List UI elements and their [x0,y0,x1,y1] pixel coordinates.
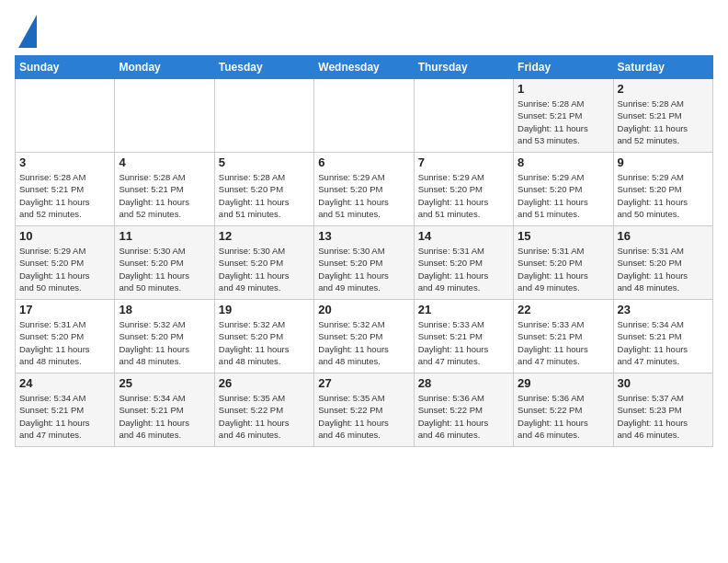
cell-info: Sunrise: 5:32 AM Sunset: 5:20 PM Dayligh… [318,318,409,367]
calendar-cell: 30Sunrise: 5:37 AM Sunset: 5:23 PM Dayli… [613,373,712,447]
calendar-cell: 21Sunrise: 5:33 AM Sunset: 5:21 PM Dayli… [414,300,513,373]
cell-info: Sunrise: 5:35 AM Sunset: 5:22 PM Dayligh… [318,392,409,441]
calendar-cell [214,79,313,153]
cell-info: Sunrise: 5:29 AM Sunset: 5:20 PM Dayligh… [518,171,609,220]
cell-info: Sunrise: 5:34 AM Sunset: 5:21 PM Dayligh… [19,392,110,441]
calendar-cell: 22Sunrise: 5:33 AM Sunset: 5:21 PM Dayli… [514,300,613,373]
calendar-cell: 27Sunrise: 5:35 AM Sunset: 5:22 PM Dayli… [314,373,414,447]
day-number: 26 [219,376,310,390]
page-header [15,15,713,48]
logo-icon [18,15,37,48]
calendar-cell: 15Sunrise: 5:31 AM Sunset: 5:20 PM Dayli… [514,226,613,300]
calendar-cell [16,79,115,153]
cell-info: Sunrise: 5:32 AM Sunset: 5:20 PM Dayligh… [119,318,210,367]
day-number: 30 [618,376,709,390]
calendar-cell: 4Sunrise: 5:28 AM Sunset: 5:21 PM Daylig… [115,153,214,226]
day-number: 10 [19,229,110,243]
column-header-sunday: Sunday [16,56,115,79]
day-number: 14 [418,229,509,243]
column-header-monday: Monday [115,56,214,79]
calendar-cell: 29Sunrise: 5:36 AM Sunset: 5:22 PM Dayli… [514,373,613,447]
cell-info: Sunrise: 5:28 AM Sunset: 5:20 PM Dayligh… [219,171,310,220]
day-number: 19 [219,303,310,316]
cell-info: Sunrise: 5:34 AM Sunset: 5:21 PM Dayligh… [119,392,210,441]
calendar-week-row: 17Sunrise: 5:31 AM Sunset: 5:20 PM Dayli… [16,300,713,373]
calendar-cell: 5Sunrise: 5:28 AM Sunset: 5:20 PM Daylig… [214,153,313,226]
cell-info: Sunrise: 5:30 AM Sunset: 5:20 PM Dayligh… [219,245,310,293]
calendar-cell: 1Sunrise: 5:28 AM Sunset: 5:21 PM Daylig… [514,79,613,153]
svg-marker-0 [18,15,37,48]
calendar-cell: 28Sunrise: 5:36 AM Sunset: 5:22 PM Dayli… [414,373,513,447]
calendar-cell: 25Sunrise: 5:34 AM Sunset: 5:21 PM Dayli… [115,373,214,447]
calendar-cell: 14Sunrise: 5:31 AM Sunset: 5:20 PM Dayli… [414,226,513,300]
day-number: 9 [618,155,709,169]
cell-info: Sunrise: 5:34 AM Sunset: 5:21 PM Dayligh… [618,318,709,367]
calendar-cell: 24Sunrise: 5:34 AM Sunset: 5:21 PM Dayli… [16,373,115,447]
cell-info: Sunrise: 5:29 AM Sunset: 5:20 PM Dayligh… [618,171,709,220]
calendar-table: SundayMondayTuesdayWednesdayThursdayFrid… [15,55,713,447]
calendar-cell: 23Sunrise: 5:34 AM Sunset: 5:21 PM Dayli… [613,300,712,373]
cell-info: Sunrise: 5:31 AM Sunset: 5:20 PM Dayligh… [19,318,110,367]
cell-info: Sunrise: 5:31 AM Sunset: 5:20 PM Dayligh… [518,245,609,293]
day-number: 7 [418,155,509,169]
calendar-cell: 7Sunrise: 5:29 AM Sunset: 5:20 PM Daylig… [414,153,513,226]
cell-info: Sunrise: 5:32 AM Sunset: 5:20 PM Dayligh… [219,318,310,367]
cell-info: Sunrise: 5:31 AM Sunset: 5:20 PM Dayligh… [418,245,509,293]
day-number: 8 [518,155,609,169]
calendar-cell: 17Sunrise: 5:31 AM Sunset: 5:20 PM Dayli… [16,300,115,373]
column-header-friday: Friday [514,56,613,79]
day-number: 3 [19,155,110,169]
column-header-thursday: Thursday [414,56,513,79]
day-number: 25 [119,376,210,390]
column-header-saturday: Saturday [613,56,712,79]
calendar-cell: 20Sunrise: 5:32 AM Sunset: 5:20 PM Dayli… [314,300,414,373]
column-header-tuesday: Tuesday [214,56,313,79]
day-number: 18 [119,303,210,316]
calendar-week-row: 3Sunrise: 5:28 AM Sunset: 5:21 PM Daylig… [16,153,713,226]
logo [15,15,37,48]
calendar-cell: 8Sunrise: 5:29 AM Sunset: 5:20 PM Daylig… [514,153,613,226]
calendar-cell: 13Sunrise: 5:30 AM Sunset: 5:20 PM Dayli… [314,226,414,300]
cell-info: Sunrise: 5:29 AM Sunset: 5:20 PM Dayligh… [19,245,110,293]
cell-info: Sunrise: 5:33 AM Sunset: 5:21 PM Dayligh… [418,318,509,367]
calendar-cell: 26Sunrise: 5:35 AM Sunset: 5:22 PM Dayli… [214,373,313,447]
cell-info: Sunrise: 5:28 AM Sunset: 5:21 PM Dayligh… [618,98,709,146]
day-number: 5 [219,155,310,169]
calendar-cell: 10Sunrise: 5:29 AM Sunset: 5:20 PM Dayli… [16,226,115,300]
calendar-cell: 6Sunrise: 5:29 AM Sunset: 5:20 PM Daylig… [314,153,414,226]
day-number: 28 [418,376,509,390]
calendar-cell: 9Sunrise: 5:29 AM Sunset: 5:20 PM Daylig… [613,153,712,226]
calendar-cell: 19Sunrise: 5:32 AM Sunset: 5:20 PM Dayli… [214,300,313,373]
day-number: 15 [518,229,609,243]
day-number: 6 [318,155,409,169]
day-number: 2 [618,82,709,96]
calendar-cell: 2Sunrise: 5:28 AM Sunset: 5:21 PM Daylig… [613,79,712,153]
cell-info: Sunrise: 5:37 AM Sunset: 5:23 PM Dayligh… [618,392,709,441]
cell-info: Sunrise: 5:29 AM Sunset: 5:20 PM Dayligh… [418,171,509,220]
day-number: 16 [618,229,709,243]
day-number: 22 [518,303,609,316]
calendar-cell: 16Sunrise: 5:31 AM Sunset: 5:20 PM Dayli… [613,226,712,300]
day-number: 23 [618,303,709,316]
cell-info: Sunrise: 5:33 AM Sunset: 5:21 PM Dayligh… [518,318,609,367]
column-header-wednesday: Wednesday [314,56,414,79]
cell-info: Sunrise: 5:28 AM Sunset: 5:21 PM Dayligh… [518,98,609,146]
calendar-cell [414,79,513,153]
calendar-cell [314,79,414,153]
calendar-week-row: 24Sunrise: 5:34 AM Sunset: 5:21 PM Dayli… [16,373,713,447]
cell-info: Sunrise: 5:28 AM Sunset: 5:21 PM Dayligh… [19,171,110,220]
cell-info: Sunrise: 5:29 AM Sunset: 5:20 PM Dayligh… [318,171,409,220]
cell-info: Sunrise: 5:31 AM Sunset: 5:20 PM Dayligh… [618,245,709,293]
calendar-cell: 18Sunrise: 5:32 AM Sunset: 5:20 PM Dayli… [115,300,214,373]
logo-area [15,15,37,48]
cell-info: Sunrise: 5:28 AM Sunset: 5:21 PM Dayligh… [119,171,210,220]
day-number: 24 [19,376,110,390]
day-number: 1 [518,82,609,96]
cell-info: Sunrise: 5:30 AM Sunset: 5:20 PM Dayligh… [119,245,210,293]
calendar-week-row: 1Sunrise: 5:28 AM Sunset: 5:21 PM Daylig… [16,79,713,153]
day-number: 12 [219,229,310,243]
calendar-cell: 12Sunrise: 5:30 AM Sunset: 5:20 PM Dayli… [214,226,313,300]
cell-info: Sunrise: 5:30 AM Sunset: 5:20 PM Dayligh… [318,245,409,293]
day-number: 4 [119,155,210,169]
cell-info: Sunrise: 5:36 AM Sunset: 5:22 PM Dayligh… [518,392,609,441]
